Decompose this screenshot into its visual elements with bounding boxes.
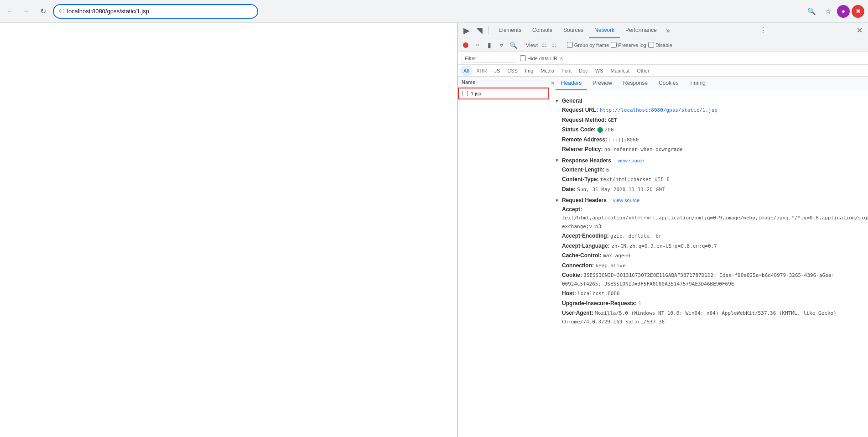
- view-list-button[interactable]: ☷: [550, 41, 559, 50]
- detail-tab-headers[interactable]: Headers: [556, 77, 587, 90]
- topbar-separator: [488, 26, 489, 35]
- bookmark-button[interactable]: ☆: [821, 4, 835, 19]
- type-other-button[interactable]: Other: [633, 66, 653, 76]
- disable-cache-checkbox[interactable]: [648, 42, 654, 48]
- cache-control-row: Cache-Control: max-age=0: [562, 251, 863, 260]
- device-toolbar-button[interactable]: ◥: [473, 24, 485, 37]
- detail-tab-timing[interactable]: Timing: [684, 77, 711, 90]
- date-value: Sun, 31 May 2020 11:31:20 GMT: [577, 187, 665, 192]
- hide-data-urls-label[interactable]: Hide data URLs: [520, 55, 563, 61]
- secondbar-sep1: [522, 41, 522, 49]
- content-length-label: Content-Length:: [562, 166, 604, 173]
- view-grid-button[interactable]: ☷: [540, 41, 549, 50]
- record-button[interactable]: [461, 40, 471, 50]
- detail-panel: ✕ Headers Preview Response Cookies: [549, 77, 868, 437]
- detail-tab-preview[interactable]: Preview: [587, 77, 618, 90]
- back-button[interactable]: ←: [4, 5, 16, 18]
- lock-icon: ⓘ: [59, 8, 64, 15]
- cookie-label: Cookie:: [562, 272, 582, 278]
- cache-control-label: Cache-Control:: [562, 252, 602, 259]
- referrer-policy-row: Referrer Policy: no-referrer-when-downgr…: [562, 145, 863, 154]
- detail-close-button[interactable]: ✕: [549, 80, 556, 87]
- content-type-label: Content-Type:: [562, 176, 598, 182]
- connection-row: Connection: keep-alive: [562, 261, 863, 270]
- address-bar: ⓘ: [53, 4, 258, 19]
- preserve-log-checkbox[interactable]: [611, 42, 617, 48]
- type-css-button[interactable]: CSS: [504, 66, 521, 76]
- close-devtools-button[interactable]: ✕: [854, 26, 865, 35]
- profile-button[interactable]: ●: [837, 5, 850, 18]
- response-headers-view-source[interactable]: view source: [618, 158, 644, 163]
- request-headers-section-header[interactable]: ▼ Request Headers view source: [555, 197, 863, 203]
- settings-button[interactable]: ⋮: [757, 26, 769, 35]
- video-button[interactable]: ▮: [484, 40, 494, 50]
- filter-input[interactable]: [462, 54, 516, 63]
- forward-button[interactable]: →: [20, 5, 33, 18]
- close-button[interactable]: ✖: [852, 5, 864, 18]
- content-type-row: Content-Type: text/html;charset=UTF-8: [562, 175, 863, 184]
- remote-address-label: Remote Address:: [562, 136, 607, 143]
- tab-sources[interactable]: Sources: [558, 23, 589, 38]
- accept-language-value: zh-CN,zh;q=0.9,en-US;q=0.8,en;q=0.7: [611, 243, 717, 249]
- detail-tab-response[interactable]: Response: [618, 77, 653, 90]
- filter-button[interactable]: ▿: [496, 40, 506, 50]
- search-button[interactable]: 🔍: [804, 4, 819, 19]
- record-dot: [463, 42, 468, 48]
- browser-toolbar: ← → ↻ ⓘ 🔍 ☆ ● ✖: [0, 0, 868, 23]
- request-headers-section-title: Request Headers: [562, 197, 607, 203]
- upgrade-insecure-value: 1: [638, 301, 641, 307]
- more-tabs-button[interactable]: »: [663, 26, 673, 35]
- type-font-button[interactable]: Font: [558, 66, 575, 76]
- detail-tabs: ✕ Headers Preview Response Cookies: [549, 77, 868, 90]
- tab-elements[interactable]: Elements: [493, 23, 527, 38]
- page-area: [0, 23, 457, 437]
- general-section-header[interactable]: ▼ General: [555, 98, 863, 104]
- type-all-button[interactable]: All: [460, 66, 473, 76]
- status-code-label: Status Code:: [562, 126, 596, 133]
- response-headers-arrow-icon: ▼: [555, 158, 559, 163]
- type-img-button[interactable]: Img: [521, 66, 537, 76]
- general-section-title: General: [562, 98, 582, 104]
- request-url-label: Request URL:: [562, 107, 598, 113]
- remote-address-value: [::1]:8080: [608, 137, 639, 143]
- view-label: View:: [526, 42, 538, 48]
- type-xhr-button[interactable]: XHR: [473, 66, 490, 76]
- secondbar-sep2: [563, 41, 563, 49]
- disable-cache-label[interactable]: Disable: [648, 42, 672, 48]
- response-headers-section-title: Response Headers: [562, 157, 611, 164]
- devtools-topbar: ▶ ◥ Elements Console Sources Network: [458, 23, 868, 38]
- preserve-log-label[interactable]: Preserve log: [611, 42, 646, 48]
- type-doc-button[interactable]: Doc: [575, 66, 592, 76]
- file-item-1jsp[interactable]: 1.jsp: [458, 88, 549, 99]
- clear-button[interactable]: ⚬: [473, 40, 483, 50]
- group-by-frame-label[interactable]: Group by frame: [567, 42, 609, 48]
- group-by-frame-checkbox[interactable]: [567, 42, 573, 48]
- devtools-filterbar: Hide data URLs: [458, 52, 868, 65]
- detail-tab-cookies[interactable]: Cookies: [653, 77, 684, 90]
- accept-language-row: Accept-Language: zh-CN,zh;q=0.9,en-US;q=…: [562, 242, 863, 250]
- hide-data-urls-checkbox[interactable]: [520, 55, 526, 61]
- inspect-element-button[interactable]: ▶: [461, 24, 473, 37]
- tab-performance[interactable]: Performance: [620, 23, 662, 38]
- accept-encoding-row: Accept-Encoding: gzip, deflate, br: [562, 232, 863, 240]
- type-manifest-button[interactable]: Manifest: [607, 66, 634, 76]
- referrer-policy-label: Referrer Policy:: [562, 146, 603, 152]
- type-media-button[interactable]: Media: [537, 66, 558, 76]
- response-headers-section-header[interactable]: ▼ Response Headers view source: [555, 157, 863, 164]
- accept-row: Accept: text/html,application/xhtml+xml,…: [562, 205, 863, 230]
- content-length-row: Content-Length: 6: [562, 166, 863, 174]
- file-item-checkbox[interactable]: [463, 91, 468, 96]
- accept-encoding-label: Accept-Encoding:: [562, 233, 609, 239]
- request-headers-view-source[interactable]: view source: [613, 198, 639, 203]
- search-icon-button[interactable]: 🔍: [508, 40, 518, 50]
- main-content: ▶ ◥ Elements Console Sources Network: [0, 23, 868, 437]
- type-js-button[interactable]: JS: [490, 66, 504, 76]
- host-value: localhost:8080: [577, 291, 620, 297]
- date-row: Date: Sun, 31 May 2020 11:31:20 GMT: [562, 185, 863, 194]
- status-code-value: 200: [605, 127, 614, 133]
- type-ws-button[interactable]: WS: [592, 66, 607, 76]
- url-input[interactable]: [67, 8, 252, 15]
- refresh-button[interactable]: ↻: [36, 5, 49, 18]
- tab-console[interactable]: Console: [527, 23, 558, 38]
- tab-network[interactable]: Network: [589, 23, 620, 38]
